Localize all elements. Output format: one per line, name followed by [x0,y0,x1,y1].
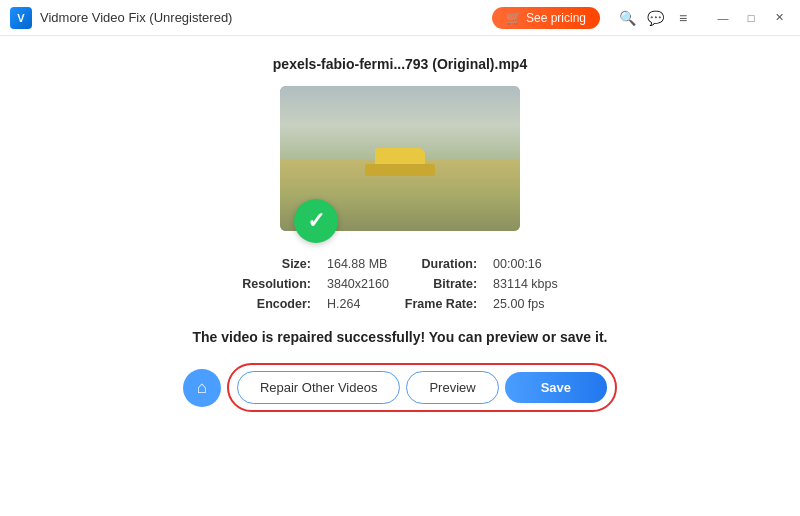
preview-button[interactable]: Preview [406,371,498,404]
video-filename: pexels-fabio-fermi...793 (Original).mp4 [273,56,527,72]
success-message: The video is repaired successfully! You … [193,329,608,345]
encoder-label: Encoder: [242,297,311,311]
search-icon-button[interactable]: 🔍 [614,5,640,31]
save-label: Save [541,380,571,395]
preview-label: Preview [429,380,475,395]
cart-icon: 🛒 [506,11,521,25]
resolution-label: Resolution: [242,277,311,291]
framerate-label: Frame Rate: [405,297,477,311]
titlebar-left: V Vidmore Video Fix (Unregistered) [10,7,232,29]
close-button[interactable]: ✕ [766,5,792,31]
framerate-value: 25.00 fps [493,297,558,311]
size-value: 164.88 MB [327,257,389,271]
size-label: Size: [242,257,311,271]
success-badge: ✓ [294,199,338,243]
logo-text: V [17,12,24,24]
repair-other-label: Repair Other Videos [260,380,378,395]
resolution-value: 3840x2160 [327,277,389,291]
home-button[interactable]: ⌂ [183,369,221,407]
titlebar-icons: 🔍 💬 ≡ [614,5,696,31]
titlebar: V Vidmore Video Fix (Unregistered) 🛒 See… [0,0,800,36]
duration-label: Duration: [405,257,477,271]
see-pricing-button[interactable]: 🛒 See pricing [492,7,600,29]
app-logo: V [10,7,32,29]
minimize-button[interactable]: — [710,5,736,31]
action-bar: ⌂ Repair Other Videos Preview Save [20,363,780,412]
save-button[interactable]: Save [505,372,607,403]
duration-value: 00:00:16 [493,257,558,271]
maximize-button[interactable]: □ [738,5,764,31]
app-title: Vidmore Video Fix (Unregistered) [40,10,232,25]
encoder-value: H.264 [327,297,389,311]
main-content: pexels-fabio-fermi...793 (Original).mp4 … [0,36,800,516]
home-icon: ⌂ [197,378,207,398]
vehicle-graphic [375,148,425,176]
see-pricing-label: See pricing [526,11,586,25]
video-info-table: Size: 164.88 MB Duration: 00:00:16 Resol… [242,257,558,311]
action-buttons-group: Repair Other Videos Preview Save [227,363,617,412]
bitrate-value: 83114 kbps [493,277,558,291]
repair-other-button[interactable]: Repair Other Videos [237,371,401,404]
video-preview-wrapper: ✓ [280,86,520,231]
window-controls: — □ ✕ [710,5,792,31]
menu-icon-button[interactable]: ≡ [670,5,696,31]
titlebar-right: 🛒 See pricing 🔍 💬 ≡ — □ ✕ [492,5,792,31]
chat-icon-button[interactable]: 💬 [642,5,668,31]
bitrate-label: Bitrate: [405,277,477,291]
checkmark-icon: ✓ [307,208,325,234]
